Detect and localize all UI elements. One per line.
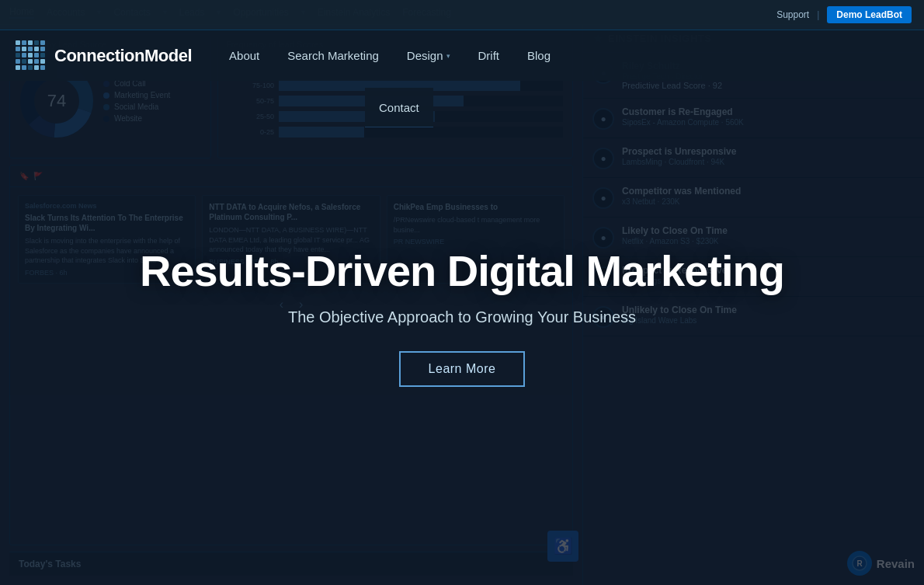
overlay-nav: Support | Demo LeadBot xyxy=(0,0,924,81)
design-arrow-icon: ▾ xyxy=(446,52,450,60)
nav-design[interactable]: Design ▾ xyxy=(393,30,464,81)
hero-title: Results-Driven Digital Marketing xyxy=(140,245,784,296)
hero-subtitle: The Objective Approach to Growing Your B… xyxy=(140,308,784,326)
nav-drift[interactable]: Drift xyxy=(464,30,514,81)
learn-more-button[interactable]: Learn More xyxy=(399,351,526,387)
hero-content: Results-Driven Digital Marketing The Obj… xyxy=(140,245,784,387)
nav-search-marketing[interactable]: Search Marketing xyxy=(273,30,393,81)
support-divider: | xyxy=(817,9,819,20)
contact-dropdown-container: Contact xyxy=(365,88,433,127)
hero-overlay: Results-Driven Digital Marketing The Obj… xyxy=(0,0,924,585)
logo-area: ConnectionModel xyxy=(16,40,192,71)
support-link[interactable]: Support xyxy=(776,9,809,20)
support-bar: Support | Demo LeadBot xyxy=(0,0,924,30)
nav-about[interactable]: About xyxy=(215,30,273,81)
logo-text[interactable]: ConnectionModel xyxy=(54,46,192,66)
demo-leadbot-button[interactable]: Demo LeadBot xyxy=(827,6,912,23)
nav-contact[interactable]: Contact xyxy=(365,88,433,127)
logo-icon xyxy=(16,40,47,71)
nav-items: About Search Marketing Design ▾ Drift Bl… xyxy=(215,30,908,81)
main-nav: ConnectionModel About Search Marketing D… xyxy=(0,30,924,81)
nav-blog[interactable]: Blog xyxy=(513,30,564,81)
